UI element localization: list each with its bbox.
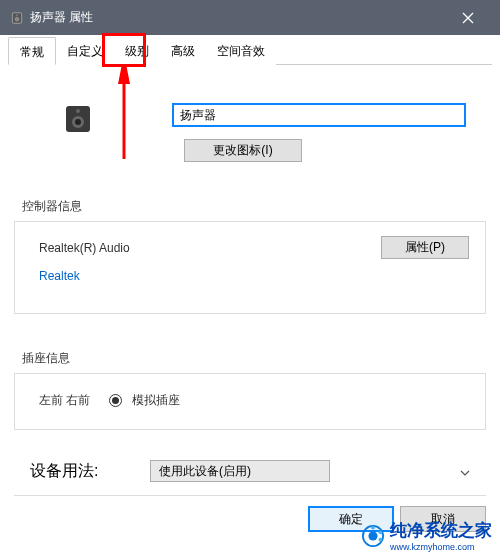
svg-point-2 — [16, 14, 18, 16]
usage-label: 设备用法: — [30, 461, 150, 482]
tab-strip: 常规 自定义 级别 高级 空间音效 — [8, 37, 492, 65]
controller-title: 控制器信息 — [14, 198, 486, 215]
tab-custom[interactable]: 自定义 — [56, 37, 114, 65]
controller-name: Realtek(R) Audio — [39, 241, 239, 255]
svg-point-11 — [368, 531, 377, 540]
tab-general[interactable]: 常规 — [8, 37, 56, 65]
controller-fieldset: Realtek(R) Audio 属性(P) Realtek — [14, 221, 486, 314]
window-title: 扬声器 属性 — [30, 9, 93, 26]
chevron-down-icon — [460, 462, 470, 480]
watermark-url: www.kzmyhome.com — [390, 542, 492, 552]
usage-row: 设备用法: — [30, 460, 478, 482]
general-page: 更改图标(I) 控制器信息 Realtek(R) Audio 属性(P) Rea… — [8, 65, 492, 430]
close-icon — [462, 12, 474, 24]
svg-point-7 — [75, 119, 81, 125]
device-name-input[interactable] — [172, 103, 466, 127]
window-icon — [10, 11, 24, 25]
titlebar: 扬声器 属性 — [0, 0, 500, 35]
watermark-icon — [362, 525, 384, 547]
tab-spatial[interactable]: 空间音效 — [206, 37, 276, 65]
controller-properties-button[interactable]: 属性(P) — [381, 236, 469, 259]
usage-select[interactable] — [150, 460, 330, 482]
watermark: 纯净系统之家 www.kzmyhome.com — [362, 519, 492, 552]
controller-vendor-link[interactable]: Realtek — [39, 269, 80, 283]
jack-fieldset: 左前 右前 模拟插座 — [14, 373, 486, 430]
watermark-text: 纯净系统之家 — [390, 519, 492, 542]
svg-point-12 — [371, 525, 375, 529]
jack-position-label: 左前 右前 — [39, 392, 109, 409]
tab-levels[interactable]: 级别 — [114, 37, 160, 65]
jack-radio-label: 模拟插座 — [132, 392, 180, 409]
svg-point-1 — [15, 16, 20, 21]
dialog-body: 常规 自定义 级别 高级 空间音效 更改图标(I) 控制器信息 Realtek(… — [0, 35, 500, 554]
svg-point-8 — [76, 109, 80, 113]
tab-advanced[interactable]: 高级 — [160, 37, 206, 65]
change-icon-button[interactable]: 更改图标(I) — [184, 139, 302, 162]
jack-radio[interactable] — [109, 394, 122, 407]
svg-point-14 — [379, 537, 383, 541]
speaker-icon — [62, 103, 94, 135]
svg-point-13 — [379, 530, 383, 534]
close-button[interactable] — [445, 0, 490, 35]
jack-title: 插座信息 — [14, 350, 486, 367]
